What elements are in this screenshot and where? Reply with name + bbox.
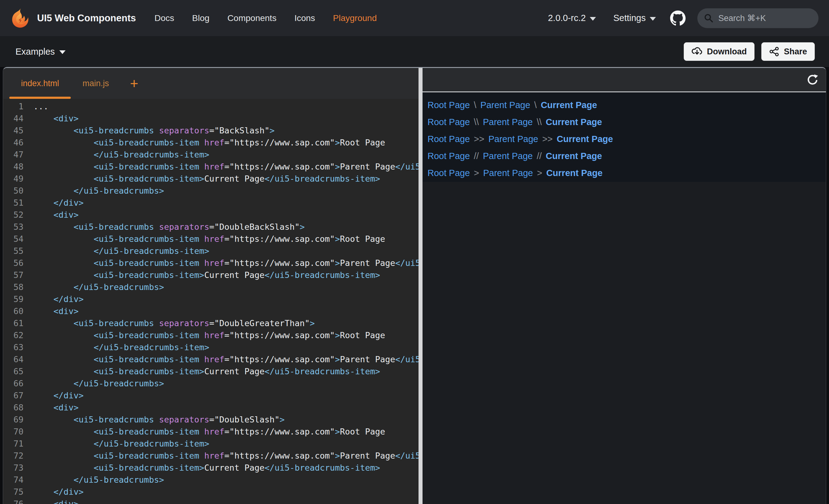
pane-divider[interactable] bbox=[419, 68, 423, 504]
code-line[interactable]: 54 <ui5-breadcrumbs-item href="https://w… bbox=[3, 233, 419, 245]
refresh-icon[interactable] bbox=[806, 73, 819, 86]
code-line[interactable]: 74 </ui5-breadcrumbs> bbox=[3, 474, 419, 486]
code-line[interactable]: 52 <div> bbox=[3, 209, 419, 221]
code-line[interactable]: 64 <ui5-breadcrumbs-item href="https://w… bbox=[3, 353, 419, 365]
code-line[interactable]: 57 <ui5-breadcrumbs-item>Current Page</u… bbox=[3, 269, 419, 281]
code-line[interactable]: 49 <ui5-breadcrumbs-item>Current Page</u… bbox=[3, 172, 419, 185]
code-token: </ui5-breadcrumbs-item> bbox=[395, 162, 419, 171]
settings-dropdown[interactable]: Settings bbox=[613, 13, 656, 23]
code-line[interactable]: 72 <ui5-breadcrumbs-item href="https://w… bbox=[3, 450, 419, 462]
breadcrumb-row: Root Page>>Parent Page>>Current Page bbox=[428, 131, 826, 148]
code-token bbox=[33, 415, 74, 424]
nav-link-playground[interactable]: Playground bbox=[333, 13, 377, 23]
code-line[interactable]: 73 <ui5-breadcrumbs-item>Current Page</u… bbox=[3, 462, 419, 474]
breadcrumb-link-root[interactable]: Root Page bbox=[428, 151, 470, 161]
nav-link-docs[interactable]: Docs bbox=[154, 13, 174, 23]
code-token: </ui5-breadcrumbs> bbox=[74, 186, 164, 195]
code-line[interactable]: 45 <ui5-breadcrumbs separators="BackSlas… bbox=[3, 124, 419, 137]
tab-index.html[interactable]: index.html bbox=[9, 68, 71, 99]
code-token: href bbox=[204, 258, 224, 268]
code-token bbox=[33, 439, 94, 449]
breadcrumb-link-root[interactable]: Root Page bbox=[428, 117, 470, 127]
code-token bbox=[33, 186, 74, 195]
breadcrumb-link-parent[interactable]: Parent Page bbox=[480, 100, 530, 110]
code-line-content: <ui5-breadcrumbs-item href="https://www.… bbox=[33, 137, 385, 149]
breadcrumb-separator: >> bbox=[542, 134, 553, 144]
code-token bbox=[33, 210, 53, 220]
code-token: <div> bbox=[53, 114, 78, 123]
code-token: Current Page bbox=[204, 463, 264, 472]
code-token bbox=[199, 427, 204, 436]
breadcrumb-link-parent[interactable]: Parent Page bbox=[483, 151, 533, 161]
share-button[interactable]: Share bbox=[761, 42, 815, 61]
code-token: Current Page bbox=[204, 270, 264, 280]
code-line[interactable]: 47 </ui5-breadcrumbs-item> bbox=[3, 149, 419, 161]
ui5-logo-icon[interactable] bbox=[10, 8, 31, 29]
code-token bbox=[33, 270, 94, 280]
code-token bbox=[33, 403, 53, 412]
tab-main.js[interactable]: main.js bbox=[71, 68, 121, 99]
code-line[interactable]: 76 <div> bbox=[3, 498, 419, 504]
version-dropdown[interactable]: 2.0.0-rc.2 bbox=[548, 13, 596, 23]
line-number: 55 bbox=[3, 245, 24, 257]
code-line[interactable]: 70 <ui5-breadcrumbs-item href="https://w… bbox=[3, 426, 419, 438]
breadcrumb-link-parent[interactable]: Parent Page bbox=[483, 117, 533, 127]
code-line[interactable]: 60 <div> bbox=[3, 305, 419, 317]
code-token: </div> bbox=[53, 487, 84, 497]
line-number: 57 bbox=[3, 269, 24, 281]
breadcrumb-link-parent[interactable]: Parent Page bbox=[483, 168, 533, 178]
line-number: 75 bbox=[3, 486, 24, 498]
code-token bbox=[33, 114, 53, 123]
code-line[interactable]: 55 </ui5-breadcrumbs-item> bbox=[3, 245, 419, 257]
code-line[interactable]: 53 <ui5-breadcrumbs separators="DoubleBa… bbox=[3, 221, 419, 233]
code-line[interactable]: 58 </ui5-breadcrumbs> bbox=[3, 281, 419, 293]
code-line[interactable]: 61 <ui5-breadcrumbs separators="DoubleGr… bbox=[3, 317, 419, 329]
examples-dropdown[interactable]: Examples bbox=[15, 47, 66, 57]
nav-link-icons[interactable]: Icons bbox=[294, 13, 315, 23]
code-line[interactable]: 66 </ui5-breadcrumbs> bbox=[3, 377, 419, 389]
code-line[interactable]: 46 <ui5-breadcrumbs-item href="https://w… bbox=[3, 137, 419, 149]
breadcrumb-separator: \\ bbox=[537, 117, 542, 127]
download-label: Download bbox=[707, 47, 747, 56]
code-token bbox=[33, 318, 74, 328]
code-line[interactable]: 56 <ui5-breadcrumbs-item href="https://w… bbox=[3, 257, 419, 269]
code-line[interactable]: 71 </ui5-breadcrumbs-item> bbox=[3, 438, 419, 450]
code-line[interactable]: 62 <ui5-breadcrumbs-item href="https://w… bbox=[3, 329, 419, 341]
site-title: UI5 Web Components bbox=[37, 13, 136, 24]
breadcrumb-link-root[interactable]: Root Page bbox=[428, 134, 470, 144]
breadcrumb-link-parent[interactable]: Parent Page bbox=[489, 134, 538, 144]
nav-link-blog[interactable]: Blog bbox=[192, 13, 210, 23]
code-line[interactable]: 51 </div> bbox=[3, 197, 419, 209]
code-line[interactable]: 65 <ui5-breadcrumbs-item>Current Page</u… bbox=[3, 365, 419, 377]
line-number: 60 bbox=[3, 305, 24, 317]
download-button[interactable]: Download bbox=[684, 42, 755, 61]
breadcrumb-link-root[interactable]: Root Page bbox=[428, 100, 470, 110]
code-line[interactable]: 63 </ui5-breadcrumbs-item> bbox=[3, 341, 419, 353]
code-line[interactable]: 50 </ui5-breadcrumbs> bbox=[3, 185, 419, 197]
code-token: <div> bbox=[53, 403, 78, 412]
code-line[interactable]: 75 </div> bbox=[3, 486, 419, 498]
code-token: </div> bbox=[53, 198, 84, 207]
code-line[interactable]: 68 <div> bbox=[3, 401, 419, 414]
code-token bbox=[154, 318, 159, 328]
breadcrumb-link-root[interactable]: Root Page bbox=[428, 168, 470, 178]
line-number: 44 bbox=[3, 112, 24, 124]
code-line[interactable]: 44 <div> bbox=[3, 112, 419, 124]
code-line-content: <ui5-breadcrumbs-item href="https://www.… bbox=[33, 329, 385, 341]
github-icon[interactable] bbox=[670, 10, 686, 26]
code-token bbox=[33, 354, 94, 364]
add-tab-button[interactable]: + bbox=[121, 68, 148, 99]
code-line[interactable]: 48 <ui5-breadcrumbs-item href="https://w… bbox=[3, 161, 419, 172]
code-token: ="DoubleGreaterThan" bbox=[209, 318, 310, 328]
search-input[interactable]: Search ⌘+K bbox=[697, 8, 819, 28]
code-token: ="DoubleBackSlash" bbox=[209, 222, 300, 232]
code-line[interactable]: 1... bbox=[3, 101, 419, 112]
code-token bbox=[199, 354, 204, 364]
line-number: 62 bbox=[3, 329, 24, 341]
code-editor[interactable]: 1...44 <div>45 <ui5-breadcrumbs separato… bbox=[3, 99, 419, 504]
code-line[interactable]: 67 </div> bbox=[3, 389, 419, 401]
breadcrumb-separator: \ bbox=[474, 100, 476, 110]
code-line[interactable]: 59 </div> bbox=[3, 293, 419, 305]
nav-link-components[interactable]: Components bbox=[227, 13, 277, 23]
code-line[interactable]: 69 <ui5-breadcrumbs separators="DoubleSl… bbox=[3, 414, 419, 426]
